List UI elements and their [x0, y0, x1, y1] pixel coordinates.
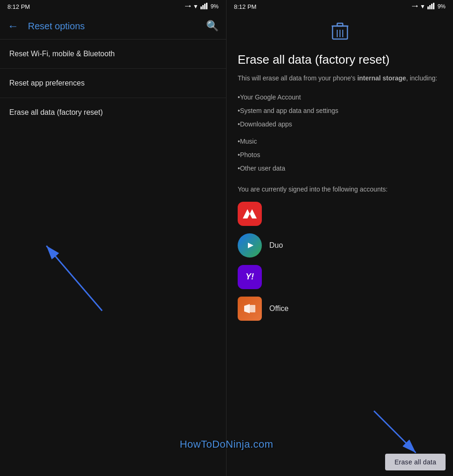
trash-icon — [238, 22, 442, 45]
data-item-photos: •Photos — [238, 148, 442, 162]
svg-line-5 — [47, 246, 102, 311]
menu-list: Reset Wi-Fi, mobile & Bluetooth Reset ap… — [0, 40, 226, 127]
watermark: HowToDoNinja.com — [0, 438, 453, 450]
svg-rect-3 — [206, 3, 207, 9]
bluetooth-icon: ⭢ — [185, 3, 191, 10]
right-status-icons: ⭢ ▼ 9% — [412, 3, 446, 11]
data-item-google: •Your Google Account — [238, 91, 442, 104]
desc-text: This will erase all data from your phone… — [238, 74, 357, 82]
svg-rect-7 — [429, 5, 431, 9]
duo-icon — [238, 233, 262, 258]
desc-suffix: , including: — [406, 74, 437, 82]
left-status-bar: 8:12 PM ⭢ ▼ 9% — [0, 0, 226, 13]
left-status-icons: ⭢ ▼ 9% — [185, 3, 219, 11]
data-item-spacer — [238, 131, 442, 135]
data-item-userdata: •Other user data — [238, 162, 442, 175]
factory-reset-description: This will erase all data from your phone… — [238, 73, 442, 83]
svg-rect-0 — [200, 7, 202, 9]
right-wifi-icon: ▼ — [420, 3, 426, 10]
svg-rect-8 — [431, 4, 433, 9]
data-items-list: •Your Google Account •System and app dat… — [238, 91, 442, 175]
right-content: Erase all data (factory reset) This will… — [226, 13, 453, 476]
left-screen: 8:12 PM ⭢ ▼ 9% ← Reset options 🔍 — [0, 0, 226, 476]
svg-rect-17 — [250, 305, 255, 312]
account-office: Office — [238, 297, 442, 321]
right-battery-icon: 9% — [438, 3, 446, 10]
svg-rect-1 — [202, 5, 204, 9]
factory-reset-title: Erase all data (factory reset) — [238, 52, 442, 68]
left-header: ← Reset options 🔍 — [0, 13, 226, 39]
left-time: 8:12 PM — [7, 3, 30, 10]
bottom-action-bar: Erase all data — [226, 448, 453, 476]
menu-item-wifi[interactable]: Reset Wi-Fi, mobile & Bluetooth — [0, 40, 226, 69]
adobe-icon — [238, 202, 262, 226]
erase-all-data-button[interactable]: Erase all data — [385, 454, 446, 470]
page-title: Reset options — [28, 21, 197, 32]
svg-rect-12 — [337, 23, 343, 26]
desc-bold: internal storage — [357, 74, 406, 82]
right-bluetooth-icon: ⭢ — [412, 3, 418, 10]
right-status-bar: 8:12 PM ⭢ ▼ 9% — [226, 0, 453, 13]
office-icon — [238, 297, 262, 321]
duo-name: Duo — [269, 241, 283, 250]
svg-marker-16 — [248, 243, 253, 248]
svg-rect-2 — [204, 4, 206, 9]
annotation-area — [0, 127, 226, 476]
account-adobe — [238, 202, 442, 226]
menu-item-apps[interactable]: Reset app preferences — [0, 69, 226, 98]
right-signal-icon — [427, 3, 436, 11]
data-item-music: •Music — [238, 135, 442, 148]
account-yahoo: Y! — [238, 265, 442, 289]
menu-item-factory[interactable]: Erase all data (factory reset) — [0, 98, 226, 127]
signal-icon — [200, 3, 209, 11]
office-name: Office — [269, 304, 289, 313]
wifi-icon: ▼ — [193, 3, 199, 10]
account-duo: Duo — [238, 233, 442, 258]
right-time: 8:12 PM — [234, 3, 256, 10]
svg-rect-6 — [427, 7, 429, 9]
arrow-annotation-left — [0, 127, 226, 476]
accounts-label: You are currently signed into the follow… — [238, 185, 442, 194]
yahoo-icon: Y! — [238, 265, 262, 289]
accounts-section: You are currently signed into the follow… — [238, 185, 442, 321]
data-item-apps: •Downloaded apps — [238, 118, 442, 131]
back-button[interactable]: ← — [7, 20, 19, 33]
battery-icon: 9% — [211, 3, 219, 10]
svg-rect-9 — [433, 3, 434, 9]
right-screen: 8:12 PM ⭢ ▼ 9% — [226, 0, 453, 476]
data-item-system: •System and app data and settings — [238, 104, 442, 118]
search-icon[interactable]: 🔍 — [206, 20, 219, 32]
